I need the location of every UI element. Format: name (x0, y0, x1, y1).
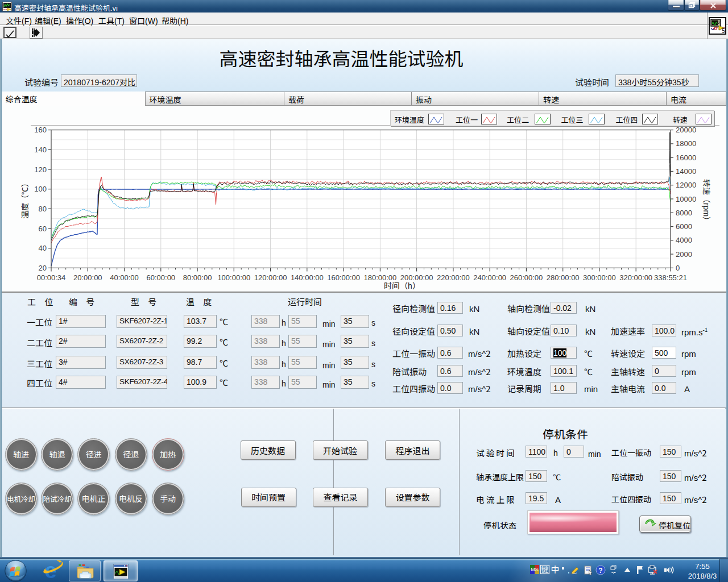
svg-text:300:00:00: 300:00:00 (583, 273, 616, 282)
svg-text:转速（rpm）: 转速（rpm） (701, 179, 713, 225)
svg-text:100: 100 (34, 185, 47, 193)
svg-text:280:00:00: 280:00:00 (547, 273, 580, 282)
svg-text:20000: 20000 (676, 126, 696, 134)
svg-text:60: 60 (39, 225, 47, 233)
svg-text:120: 120 (34, 165, 47, 174)
svg-text:320:00:00: 320:00:00 (619, 273, 652, 282)
svg-text:4000: 4000 (676, 236, 692, 244)
svg-text:80: 80 (39, 205, 47, 213)
svg-text:温度（℃）: 温度（℃） (19, 179, 30, 219)
svg-text:0: 0 (676, 264, 680, 272)
svg-text:80:00:00: 80:00:00 (183, 273, 212, 282)
svg-text:40:00:00: 40:00:00 (110, 273, 139, 282)
svg-text:16000: 16000 (676, 153, 696, 162)
svg-text:140: 140 (34, 146, 47, 154)
svg-text:20:00:00: 20:00:00 (73, 273, 102, 282)
svg-text:120:00:00: 120:00:00 (254, 273, 287, 282)
svg-text:20: 20 (39, 264, 47, 272)
svg-text:100:00:00: 100:00:00 (217, 273, 250, 282)
svg-text:12000: 12000 (676, 181, 696, 189)
svg-text:MS: MS (531, 567, 539, 572)
svg-text:60:00:00: 60:00:00 (146, 273, 175, 282)
svg-text:10000: 10000 (676, 195, 696, 203)
svg-text:240:00:00: 240:00:00 (473, 273, 506, 282)
svg-text:160: 160 (34, 126, 47, 134)
svg-text:00:00:34: 00:00:34 (37, 273, 66, 282)
svg-text:键: 键 (541, 564, 548, 575)
svg-text:40: 40 (39, 244, 47, 252)
svg-text:140:00:00: 140:00:00 (291, 273, 324, 282)
svg-text:14000: 14000 (676, 167, 696, 176)
svg-text:260:00:00: 260:00:00 (510, 273, 543, 282)
svg-text:,: , (568, 566, 570, 575)
svg-text:160:00:00: 160:00:00 (327, 273, 360, 282)
svg-text:时间（h）: 时间（h） (384, 280, 420, 291)
svg-text:18000: 18000 (676, 139, 696, 148)
svg-text:2000: 2000 (676, 250, 692, 259)
svg-text:8000: 8000 (676, 209, 692, 217)
svg-text:?: ? (598, 567, 602, 575)
svg-text:中: 中 (551, 564, 559, 575)
svg-text:220:00:00: 220:00:00 (437, 273, 470, 282)
svg-text:338:55:21: 338:55:21 (654, 273, 687, 282)
svg-text:6000: 6000 (676, 222, 692, 231)
